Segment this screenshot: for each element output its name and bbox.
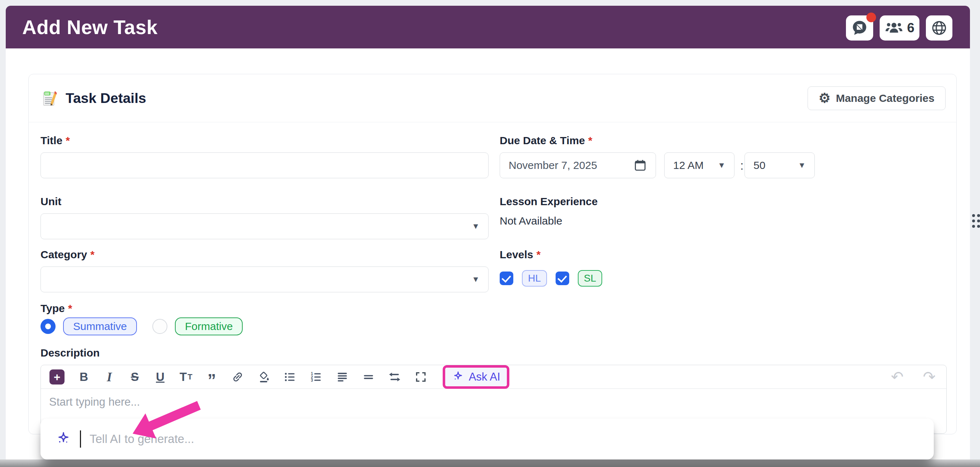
lesson-experience-value: Not Available — [500, 215, 562, 227]
type-summative-pill[interactable]: Summative — [63, 317, 137, 335]
lesson-experience-label: Lesson Experience — [500, 196, 598, 208]
bold-icon[interactable]: B — [78, 369, 90, 385]
due-hour-value: 12 AM — [673, 159, 704, 171]
bullet-list-icon[interactable] — [283, 369, 296, 385]
due-date-label: Due Date & Time* — [500, 134, 592, 147]
required-asterisk: * — [588, 134, 592, 146]
blockquote-icon[interactable]: ” — [206, 369, 218, 385]
chevron-down-icon: ▼ — [718, 161, 725, 170]
due-minute-value: 50 — [754, 159, 765, 171]
type-summative-radio[interactable] — [40, 319, 56, 334]
due-hour-select[interactable]: 12 AM ▼ — [664, 153, 735, 178]
svg-text:3: 3 — [311, 378, 313, 383]
title-input[interactable] — [40, 153, 488, 178]
text-cursor — [80, 430, 81, 448]
users-count: 6 — [907, 21, 915, 35]
required-asterisk: * — [65, 134, 70, 146]
align-justify-icon[interactable] — [336, 369, 349, 385]
level-sl-checkbox[interactable] — [555, 271, 569, 285]
card-header: Task Details ⚙ Manage Categories — [29, 74, 956, 122]
header-actions: 6 — [846, 16, 952, 40]
editor-toolbar: + B I S U TT ” — [41, 365, 946, 389]
ai-prompt-input[interactable]: Tell AI to generate... — [90, 432, 194, 446]
ai-prompt-bar[interactable]: Tell AI to generate... — [40, 419, 934, 459]
text-format-icon[interactable]: TT — [180, 369, 192, 385]
unit-label: Unit — [40, 196, 61, 208]
due-date-value: November 7, 2025 — [509, 159, 597, 171]
drag-handle-icon[interactable] — [972, 214, 980, 230]
manage-categories-button[interactable]: ⚙ Manage Categories — [808, 86, 946, 110]
card-title: Task Details — [65, 90, 146, 106]
swap-arrows-icon[interactable] — [388, 369, 401, 385]
type-options: Summative Formative — [40, 317, 243, 335]
app-header: Add New Task — [6, 6, 970, 48]
category-select[interactable]: ▼ — [40, 266, 488, 292]
insert-plus-button[interactable]: + — [49, 370, 65, 384]
users-button[interactable]: 6 — [880, 16, 920, 40]
due-minute-select[interactable]: 50 ▼ — [745, 153, 815, 178]
level-sl-badge[interactable]: SL — [578, 270, 602, 287]
description-placeholder: Start typing here... — [49, 395, 140, 408]
levels-options: HL SL — [500, 270, 602, 287]
language-button[interactable] — [926, 16, 952, 40]
required-asterisk: * — [68, 302, 72, 314]
chat-icon — [851, 19, 868, 37]
level-hl-checkbox[interactable] — [500, 271, 513, 285]
level-hl-badge[interactable]: HL — [522, 270, 547, 287]
description-label: Description — [40, 347, 100, 359]
ask-ai-button[interactable]: Ask AI — [445, 368, 507, 386]
ask-ai-label: Ask AI — [469, 370, 500, 383]
chevron-down-icon: ▼ — [472, 222, 480, 231]
type-formative-pill[interactable]: Formative — [175, 317, 243, 335]
sparkle-icon — [452, 370, 465, 383]
manage-categories-label: Manage Categories — [836, 92, 934, 104]
calendar-icon[interactable] — [633, 159, 647, 172]
chevron-down-icon: ▼ — [472, 275, 480, 284]
main-panel: Add New Task — [6, 6, 970, 459]
due-date-input[interactable]: November 7, 2025 — [500, 153, 656, 178]
numbered-list-icon[interactable]: 1 2 3 — [310, 369, 323, 385]
notification-dot — [866, 13, 876, 22]
page-title: Add New Task — [22, 16, 158, 39]
levels-label: Levels* — [500, 249, 541, 261]
users-icon — [885, 21, 903, 35]
strikethrough-icon[interactable]: S — [129, 369, 141, 385]
title-label: Title* — [40, 134, 70, 147]
time-separator: : — [740, 159, 743, 172]
link-icon[interactable] — [231, 369, 244, 385]
undo-icon[interactable]: ↶ — [889, 369, 906, 385]
category-label: Category* — [40, 249, 95, 261]
description-textarea[interactable]: Start typing here... — [41, 389, 946, 415]
memo-icon — [42, 90, 59, 107]
underline-icon[interactable]: U — [154, 369, 166, 385]
chevron-down-icon: ▼ — [798, 161, 806, 170]
task-details-card: Task Details ⚙ Manage Categories Title* … — [28, 74, 957, 434]
type-formative-radio[interactable] — [152, 319, 167, 334]
required-asterisk: * — [536, 249, 541, 260]
unit-select[interactable]: ▼ — [40, 214, 488, 239]
redo-icon[interactable]: ↷ — [921, 369, 938, 385]
globe-icon — [931, 20, 947, 36]
chat-button[interactable] — [846, 16, 873, 40]
bottom-shadow-strip — [0, 459, 980, 467]
italic-icon[interactable]: I — [103, 369, 115, 385]
required-asterisk: * — [90, 249, 95, 260]
gear-icon: ⚙ — [819, 91, 830, 105]
fill-color-icon[interactable] — [258, 369, 270, 385]
fullscreen-icon[interactable] — [414, 369, 427, 385]
align-center-icon[interactable] — [362, 369, 375, 385]
sparkle-icon — [56, 431, 71, 447]
type-label: Type* — [40, 302, 72, 314]
ask-ai-highlight-annotation: Ask AI — [443, 365, 509, 389]
